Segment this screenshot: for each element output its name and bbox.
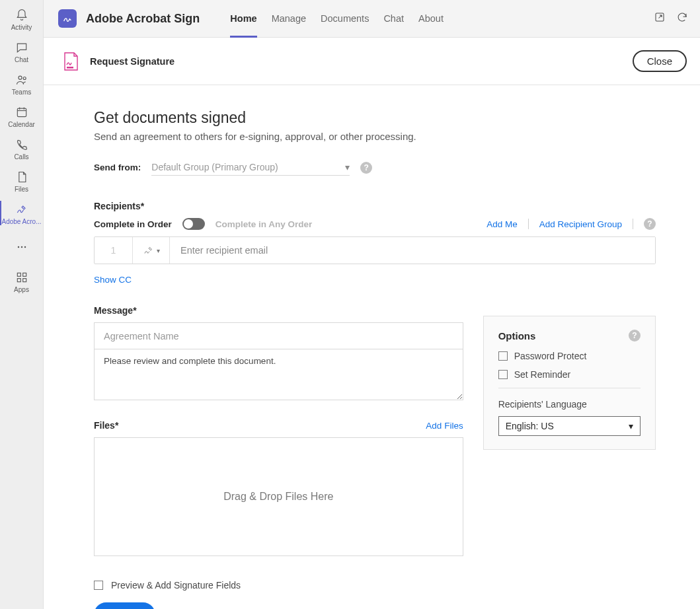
checkbox-icon [94,581,103,590]
svg-point-1 [23,77,26,80]
rail-chat[interactable]: Chat [0,35,44,67]
rail-calendar[interactable]: Calendar [0,100,44,132]
page-heading: Get documents signed [94,109,656,127]
add-recipient-group-link[interactable]: Add Recipient Group [539,219,622,229]
send-from-help-icon[interactable]: ? [360,162,372,174]
phone-icon [15,137,28,152]
options-title: Options [498,330,536,341]
topbar: Adobe Acrobat Sign Home Manage Documents… [44,0,700,38]
files-label: Files* [94,420,118,431]
message-label: Message* [94,305,463,316]
svg-rect-9 [22,279,26,282]
rail-more[interactable] [0,234,44,260]
chevron-down-icon: ▾ [157,247,160,254]
rail-calls[interactable]: Calls [0,132,44,164]
svg-rect-8 [17,279,20,282]
checkbox-icon [498,351,508,361]
svg-rect-11 [67,67,73,69]
recipients-help-icon[interactable]: ? [644,218,656,230]
preview-checkbox-row[interactable]: Preview & Add Signature Fields [94,580,656,591]
refresh-icon[interactable] [676,11,688,26]
send-from-label: Send from: [94,162,141,172]
subbar: Request Signature Close [44,38,700,85]
tab-about[interactable]: About [418,0,444,37]
add-files-link[interactable]: Add Files [426,421,463,431]
send-from-value: Default Group (Primary Group) [151,162,278,172]
checkbox-icon [498,370,508,379]
message-body-input[interactable]: Please review and complete this document… [94,349,463,400]
tab-manage[interactable]: Manage [272,0,306,37]
bell-icon [15,8,28,22]
rail-adobe-sign[interactable]: Adobe Acro... [0,197,44,229]
recipients-label: Recipients* [94,201,656,211]
options-panel: Options ? Password Protect Set Reminder [483,316,656,450]
rail-activity[interactable]: Activity [0,3,44,35]
adobe-sign-logo-icon [58,9,77,28]
language-label: Recipients' Language [498,399,641,410]
svg-point-3 [17,246,19,248]
svg-rect-7 [22,273,26,276]
chevron-down-icon: ▾ [345,162,350,172]
show-cc-link[interactable]: Show CC [94,275,132,285]
popout-icon[interactable] [654,11,666,26]
rail-apps[interactable]: Apps [0,265,44,297]
close-button[interactable]: Close [633,50,687,72]
calendar-icon [15,105,28,120]
teams-rail: Activity Chat Teams Calendar Calls Files… [0,0,44,609]
send-button[interactable]: Send [94,602,155,609]
preview-label: Preview & Add Signature Fields [111,580,241,591]
chat-icon [15,40,28,55]
add-me-link[interactable]: Add Me [486,219,518,229]
dropzone-hint: Drag & Drop Files Here [223,491,333,503]
pen-sign-icon [15,202,28,217]
header-tabs: Home Manage Documents Chat About [230,0,444,37]
svg-point-4 [20,246,22,248]
order-toggle[interactable] [182,218,205,230]
svg-point-0 [19,76,22,79]
recipient-order-number: 1 [95,237,133,264]
recipient-role-select[interactable]: ▾ [133,237,170,264]
recipient-email-input[interactable] [170,237,655,264]
teams-icon [15,73,28,87]
files-dropzone[interactable]: Drag & Drop Files Here [94,437,463,556]
complete-in-order-label: Complete in Order [94,219,172,229]
page-subheading: Send an agreement to others for e-signin… [94,131,656,142]
recipient-row: 1 ▾ [94,236,656,264]
set-reminder-option[interactable]: Set Reminder [498,369,641,380]
more-icon [15,240,28,254]
tab-chat[interactable]: Chat [383,0,404,37]
complete-any-order-label: Complete in Any Order [215,219,313,229]
file-icon [15,170,28,184]
main-column: Adobe Acrobat Sign Home Manage Documents… [44,0,700,609]
chevron-down-icon: ▾ [629,421,633,431]
content-area: Get documents signed Send an agreement t… [44,85,700,609]
send-from-select[interactable]: Default Group (Primary Group) ▾ [151,159,350,176]
svg-point-5 [24,246,26,248]
rail-files[interactable]: Files [0,164,44,197]
agreement-name-input[interactable] [94,322,463,349]
tab-home[interactable]: Home [230,0,256,37]
tab-documents[interactable]: Documents [321,0,369,37]
pen-icon [143,244,155,256]
rail-teams[interactable]: Teams [0,67,44,100]
svg-rect-2 [17,108,26,117]
password-protect-option[interactable]: Password Protect [498,351,641,361]
app-title: Adobe Acrobat Sign [86,12,200,26]
svg-rect-6 [17,273,20,276]
apps-icon [15,270,28,285]
subbar-title: Request Signature [90,56,175,67]
options-help-icon[interactable]: ? [629,330,641,341]
request-signature-icon [62,52,79,71]
language-select[interactable]: English: US ▾ [498,416,641,436]
